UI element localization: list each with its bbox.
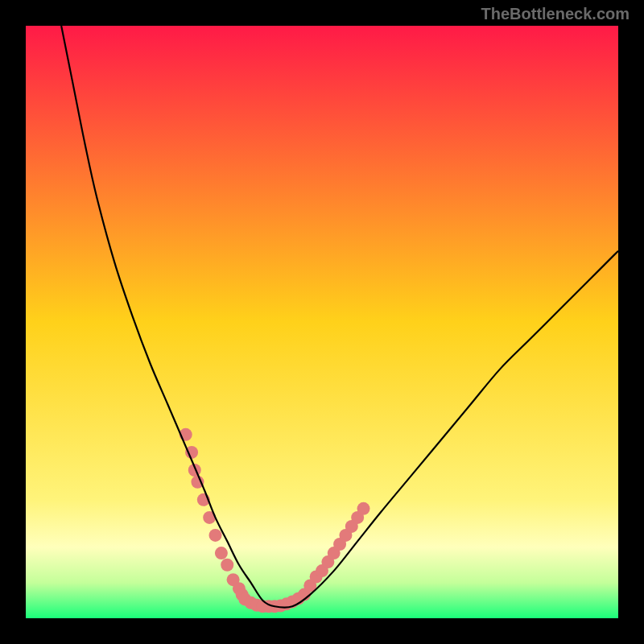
scatter-dot [209, 529, 222, 542]
scatter-dot [215, 547, 228, 559]
scatter-dot [357, 502, 370, 515]
watermark-text: TheBottleneck.com [481, 5, 630, 23]
scatter-dot [221, 559, 233, 572]
chart-plot-area [26, 26, 618, 618]
chart-svg [26, 26, 618, 618]
chart-background [26, 26, 618, 618]
